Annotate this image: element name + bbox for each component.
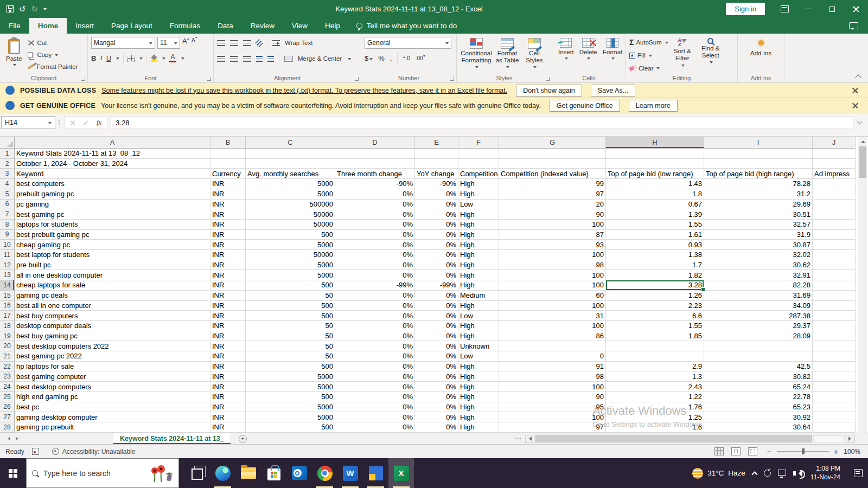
cell-C10[interactable]: 5000 (246, 240, 335, 250)
col-header-E[interactable]: E (415, 137, 458, 149)
zoom-out-button[interactable]: − (767, 447, 772, 456)
cell-H19[interactable]: 1.85 (606, 331, 704, 342)
cell-H28[interactable]: 1.6 (606, 422, 704, 433)
store-taskbar-button[interactable] (261, 458, 286, 488)
cell-G8[interactable]: 100 (499, 220, 606, 230)
cell-B16[interactable]: INR (210, 301, 246, 311)
cell-C12[interactable]: 5000 (246, 260, 335, 271)
edge-taskbar-button[interactable] (210, 458, 235, 488)
cell-H12[interactable]: 1.7 (606, 260, 704, 271)
underline-caret-icon[interactable] (116, 57, 119, 61)
cell-styles-button[interactable]: Cell Styles (522, 37, 547, 74)
cell-I23[interactable]: 30.82 (704, 371, 813, 382)
insert-cells-button[interactable]: Insert (556, 37, 577, 74)
cell-F13[interactable]: High (458, 270, 499, 280)
page-break-view-button[interactable] (748, 447, 757, 455)
cell-A28[interactable]: gaming pc prebuilt (15, 422, 210, 433)
cell-D4[interactable]: -90% (335, 179, 415, 189)
number-format-select[interactable]: General (365, 37, 451, 49)
cell-F10[interactable]: High (458, 240, 499, 250)
cell-C4[interactable]: 5000 (246, 179, 335, 189)
align-left-button[interactable] (217, 56, 225, 62)
col-header-H[interactable]: H (606, 137, 704, 149)
cell-B24[interactable]: INR (210, 382, 246, 392)
cell-I20[interactable] (704, 341, 813, 351)
collapse-ribbon-icon[interactable] (855, 74, 861, 80)
scroll-right-button[interactable] (846, 435, 855, 443)
addins-button[interactable]: Add-ins (741, 39, 781, 57)
cell-D19[interactable]: 0% (335, 331, 415, 342)
font-size-select[interactable]: 11 (157, 37, 180, 49)
cell-G20[interactable] (499, 341, 606, 351)
cell-B7[interactable]: INR (210, 209, 246, 220)
word-taskbar-button[interactable]: W (337, 458, 363, 488)
cell-J24[interactable] (813, 382, 856, 392)
cell-A26[interactable]: best pc (15, 402, 210, 413)
cell-E6[interactable]: 0% (415, 200, 458, 210)
cell-J10[interactable] (813, 240, 856, 250)
cell-B9[interactable]: INR (210, 230, 246, 240)
cell-H11[interactable]: 1.38 (606, 250, 704, 260)
cell-H20[interactable] (606, 341, 704, 351)
horizontal-scroll-thumb[interactable] (535, 435, 812, 442)
col-header-I[interactable]: I (704, 137, 813, 149)
cell-A16[interactable]: best all in one computer (15, 301, 210, 311)
cell-B1[interactable] (210, 149, 246, 159)
cell-H18[interactable]: 1.55 (606, 321, 704, 331)
cell-C11[interactable]: 50000 (246, 250, 335, 260)
shrink-font-button[interactable]: A (192, 37, 197, 49)
row-header-5[interactable]: 5 (0, 189, 15, 200)
cell-F12[interactable]: High (458, 260, 499, 271)
bold-button[interactable]: B (91, 54, 96, 62)
vertical-scroll-thumb[interactable] (859, 146, 866, 178)
format-cells-button[interactable]: Format (600, 37, 625, 74)
photos-taskbar-button[interactable] (363, 458, 388, 488)
network-icon[interactable] (778, 470, 786, 476)
cell-A6[interactable]: pc gaming (15, 200, 210, 210)
cell-A2[interactable]: October 1, 2024 - October 31, 2024 (15, 159, 210, 169)
cut-button[interactable]: Cut (28, 37, 78, 49)
cell-I22[interactable]: 42.5 (704, 362, 813, 372)
row-header-15[interactable]: 15 (0, 291, 15, 301)
cell-F25[interactable]: High (458, 392, 499, 402)
font-color-caret-icon[interactable] (181, 57, 184, 61)
cell-H1[interactable] (606, 149, 704, 159)
cell-H4[interactable]: 1.43 (606, 179, 704, 189)
cell-D7[interactable]: 0% (335, 209, 415, 220)
format-as-table-button[interactable]: Format as Table (493, 37, 522, 74)
cell-A11[interactable]: best laptop for students (15, 250, 210, 260)
cell-A1[interactable]: Keyword Stats 2024-11-11 at 13_08_12 (15, 149, 210, 159)
cell-E1[interactable] (415, 149, 458, 159)
cell-A9[interactable]: best prebuilt gaming pc (15, 230, 210, 240)
cell-G4[interactable]: 99 (499, 179, 606, 189)
cell-E22[interactable]: 0% (415, 362, 458, 372)
cell-I15[interactable]: 31.69 (704, 291, 813, 301)
cell-C17[interactable]: 500 (246, 311, 335, 321)
cell-I19[interactable]: 28.09 (704, 331, 813, 342)
cell-F22[interactable]: High (458, 362, 499, 372)
cell-E18[interactable]: 0% (415, 321, 458, 331)
cell-G7[interactable]: 90 (499, 209, 606, 220)
cell-D10[interactable]: 0% (335, 240, 415, 250)
cell-J19[interactable] (813, 331, 856, 342)
explorer-taskbar-button[interactable] (235, 458, 261, 488)
cell-E19[interactable]: 0% (415, 331, 458, 342)
cell-I7[interactable]: 30.51 (704, 209, 813, 220)
borders-caret-icon[interactable] (139, 57, 143, 61)
cell-I13[interactable]: 32.91 (704, 270, 813, 280)
cell-D5[interactable]: 0% (335, 189, 415, 200)
delete-cells-button[interactable]: Delete (577, 37, 600, 74)
row-header-17[interactable]: 17 (0, 311, 15, 321)
row-header-16[interactable]: 16 (0, 301, 15, 311)
cell-E20[interactable]: 0% (415, 341, 458, 351)
cell-B22[interactable]: INR (210, 362, 246, 372)
cell-I18[interactable]: 29.37 (704, 321, 813, 331)
copy-button[interactable]: Copy (28, 49, 78, 61)
cell-H23[interactable]: 1.3 (606, 371, 704, 382)
cell-H25[interactable]: 1.22 (606, 392, 704, 402)
cell-B28[interactable]: INR (210, 422, 246, 433)
row-header-26[interactable]: 26 (0, 402, 15, 413)
cell-D23[interactable]: 0% (335, 371, 415, 382)
sheet-tab-active[interactable]: Keyword Stats 2024-11-11 at 13_ (113, 433, 231, 444)
cell-A13[interactable]: all in one desktop computer (15, 270, 210, 280)
